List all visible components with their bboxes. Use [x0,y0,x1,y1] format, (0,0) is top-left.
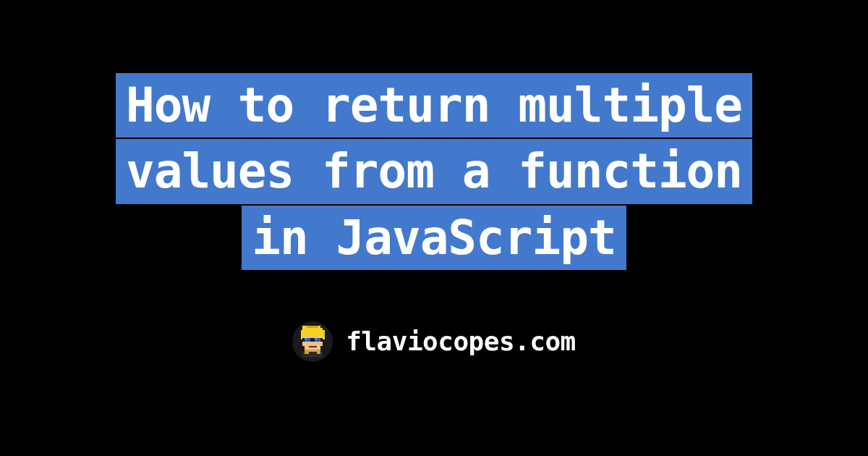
avatar-pixel-icon [297,326,328,358]
title-line-3: in JavaScript [242,206,626,270]
site-name: flaviocopes.com [346,326,576,356]
svg-rect-12 [309,345,317,347]
svg-rect-4 [307,326,319,328]
post-title: How to return multiple values from a fun… [116,72,752,270]
title-line-1: How to return multiple [116,73,752,138]
site-footer: flaviocopes.com [292,321,576,362]
title-line-2: values from a function [116,139,752,203]
avatar [292,321,333,362]
svg-rect-10 [305,337,307,339]
svg-rect-15 [305,350,309,354]
svg-rect-16 [317,350,321,354]
svg-rect-11 [315,337,317,339]
